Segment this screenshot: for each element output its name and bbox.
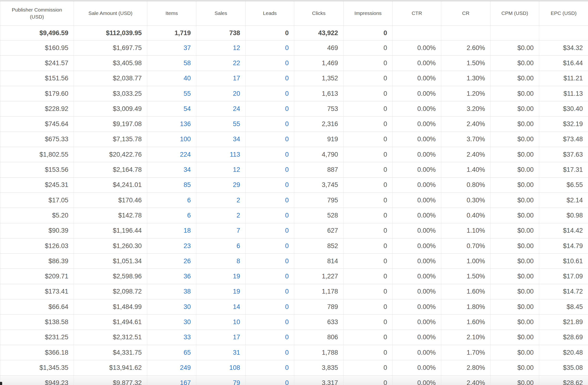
cell-ctr: 0.00% — [393, 345, 441, 360]
cell-leads: 0 — [246, 26, 294, 41]
cell-clicks: 4,790 — [294, 147, 344, 162]
cell-leads-link[interactable]: 0 — [246, 147, 294, 162]
column-header-cpm[interactable]: CPM (USD) — [491, 1, 539, 26]
table-row: $1,345.35$13,941.6224910803,83500.00%2.8… — [0, 360, 588, 375]
table-row: $231.25$2,312.513317080600.00%2.10%$0.00… — [0, 330, 588, 345]
cell-sales-link[interactable]: 34 — [196, 132, 246, 147]
cell-cpm: $0.00 — [491, 375, 539, 385]
cell-leads-link[interactable]: 0 — [246, 101, 294, 116]
cell-leads-link[interactable]: 0 — [246, 56, 294, 71]
cell-items-link[interactable]: 38 — [147, 284, 196, 299]
cell-leads-link[interactable]: 0 — [246, 162, 294, 177]
cell-impressions: 0 — [344, 330, 393, 345]
cell-leads-link[interactable]: 0 — [246, 269, 294, 284]
cell-items-link[interactable]: 58 — [147, 56, 196, 71]
cell-sales-link[interactable]: 79 — [196, 375, 246, 385]
cell-items-link[interactable]: 167 — [147, 375, 196, 385]
cell-leads-link[interactable]: 0 — [246, 208, 294, 223]
cell-publisher_commission: $86.39 — [0, 254, 74, 269]
cell-impressions: 0 — [344, 223, 393, 238]
cell-sales-link[interactable]: 24 — [196, 101, 246, 116]
cell-publisher_commission: $209.71 — [0, 269, 74, 284]
cell-sales-link[interactable]: 7 — [196, 223, 246, 238]
column-header-ctr[interactable]: CTR — [393, 1, 441, 26]
cell-items-link[interactable]: 34 — [147, 162, 196, 177]
cell-sales-link[interactable]: 14 — [196, 299, 246, 315]
cell-sales-link[interactable]: 17 — [196, 330, 246, 345]
cell-items-link[interactable]: 36 — [147, 269, 196, 284]
cell-leads-link[interactable]: 0 — [246, 330, 294, 345]
cell-items-link[interactable]: 26 — [147, 254, 196, 269]
cell-sales-link[interactable]: 31 — [196, 345, 246, 360]
cell-sales-link[interactable]: 19 — [196, 269, 246, 284]
cell-impressions: 0 — [344, 360, 393, 375]
cell-sales-link[interactable]: 2 — [196, 208, 246, 223]
cell-leads-link[interactable]: 0 — [246, 254, 294, 269]
column-header-publisher_commission[interactable]: Publisher Commission (USD) — [0, 1, 74, 26]
cell-items-link[interactable]: 6 — [147, 208, 196, 223]
cell-items-link[interactable]: 30 — [147, 315, 196, 330]
cell-sales-link[interactable]: 10 — [196, 315, 246, 330]
cell-impressions: 0 — [344, 41, 393, 56]
cell-items-link[interactable]: 23 — [147, 238, 196, 253]
column-header-cr[interactable]: CR — [441, 1, 491, 26]
cell-items-link[interactable]: 65 — [147, 345, 196, 360]
cell-items-link[interactable]: 136 — [147, 116, 196, 132]
cell-items-link[interactable]: 33 — [147, 330, 196, 345]
cell-leads-link[interactable]: 0 — [246, 71, 294, 86]
cell-items-link[interactable]: 224 — [147, 147, 196, 162]
cell-items-link[interactable]: 249 — [147, 360, 196, 375]
cell-leads-link[interactable]: 0 — [246, 192, 294, 208]
cell-items-link[interactable]: 85 — [147, 177, 196, 192]
cell-leads-link[interactable]: 0 — [246, 360, 294, 375]
table-row: $173.41$2,098.72381901,17800.00%1.60%$0.… — [0, 284, 588, 299]
cell-items-link[interactable]: 37 — [147, 41, 196, 56]
cell-publisher_commission: $173.41 — [0, 284, 74, 299]
table-row: $160.95$1,697.753712046900.00%2.60%$0.00… — [0, 41, 588, 56]
cell-sales-link[interactable]: 6 — [196, 238, 246, 253]
column-header-impressions[interactable]: Impressions — [344, 1, 393, 26]
cell-impressions: 0 — [344, 26, 393, 41]
cell-sales-link[interactable]: 12 — [196, 41, 246, 56]
cell-publisher_commission: $1,802.55 — [0, 147, 74, 162]
cell-sales-link[interactable]: 8 — [196, 254, 246, 269]
cell-leads-link[interactable]: 0 — [246, 41, 294, 56]
cell-sales-link[interactable]: 108 — [196, 360, 246, 375]
cell-items-link[interactable]: 18 — [147, 223, 196, 238]
cell-sales-link[interactable]: 20 — [196, 86, 246, 101]
cell-leads-link[interactable]: 0 — [246, 177, 294, 192]
cell-sales-link[interactable]: 29 — [196, 177, 246, 192]
column-header-sale_amount[interactable]: Sale Amount (USD) — [74, 1, 147, 26]
cell-sales-link[interactable]: 19 — [196, 284, 246, 299]
cell-sales-link[interactable]: 12 — [196, 162, 246, 177]
cell-items-link[interactable]: 30 — [147, 299, 196, 315]
cell-cr: 3.70% — [441, 132, 491, 147]
cell-items-link[interactable]: 55 — [147, 86, 196, 101]
cell-leads-link[interactable]: 0 — [246, 375, 294, 385]
cell-items-link[interactable]: 40 — [147, 71, 196, 86]
cell-leads-link[interactable]: 0 — [246, 86, 294, 101]
cell-leads-link[interactable]: 0 — [246, 299, 294, 315]
cell-sales-link[interactable]: 22 — [196, 56, 246, 71]
cell-ctr: 0.00% — [393, 71, 441, 86]
cell-items-link[interactable]: 100 — [147, 132, 196, 147]
column-header-sales[interactable]: Sales — [196, 1, 246, 26]
cell-sales-link[interactable]: 55 — [196, 116, 246, 132]
cell-leads-link[interactable]: 0 — [246, 284, 294, 299]
column-header-clicks[interactable]: Clicks — [294, 1, 344, 26]
cell-leads-link[interactable]: 0 — [246, 345, 294, 360]
column-header-epc[interactable]: EPC (USD) — [539, 1, 588, 26]
cell-leads-link[interactable]: 0 — [246, 223, 294, 238]
cell-sales-link[interactable]: 2 — [196, 192, 246, 208]
cell-sales-link[interactable]: 17 — [196, 71, 246, 86]
cell-leads-link[interactable]: 0 — [246, 132, 294, 147]
cell-sales-link[interactable]: 113 — [196, 147, 246, 162]
column-header-leads[interactable]: Leads — [246, 1, 294, 26]
column-header-items[interactable]: Items — [147, 1, 196, 26]
cell-leads-link[interactable]: 0 — [246, 238, 294, 253]
cell-items-link[interactable]: 6 — [147, 192, 196, 208]
cell-items: 1,719 — [147, 26, 196, 41]
cell-leads-link[interactable]: 0 — [246, 116, 294, 132]
cell-items-link[interactable]: 54 — [147, 101, 196, 116]
cell-leads-link[interactable]: 0 — [246, 315, 294, 330]
